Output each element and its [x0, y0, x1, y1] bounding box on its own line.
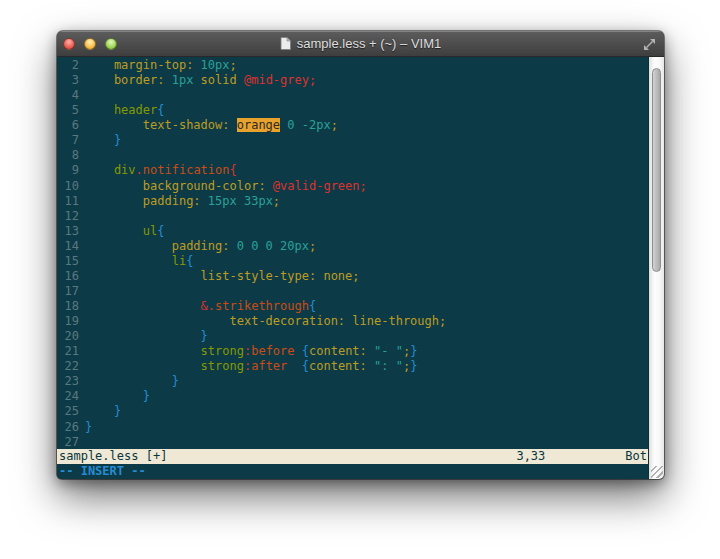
line-number: 26: [57, 420, 79, 435]
titlebar[interactable]: sample.less + (~) – VIM1: [57, 31, 664, 57]
code-text: padding: 0 0 0 20px;: [79, 239, 316, 254]
code-text: background-color: @valid-green;: [79, 179, 367, 194]
code-line: 10 background-color: @valid-green;: [57, 179, 648, 194]
code-line: 4: [57, 88, 648, 103]
line-number: 20: [57, 329, 79, 344]
code-text: list-style-type: none;: [79, 269, 360, 284]
line-number: 4: [57, 88, 79, 103]
status-filename: sample.less [+]: [59, 449, 167, 464]
code-line: 6 text-shadow: orange 0 -2px;: [57, 118, 648, 133]
code-text: }: [79, 329, 208, 344]
code-text: strong:before {content: "- ";}: [79, 344, 417, 359]
line-number: 23: [57, 374, 79, 389]
code-line: 12: [57, 209, 648, 224]
line-number: 16: [57, 269, 79, 284]
code-text: strong:after {content: ": ";}: [79, 359, 417, 374]
code-text: border: 1px solid @mid-grey;: [79, 73, 316, 88]
code-line: 2 margin-top: 10px;: [57, 58, 648, 73]
code-line: 14 padding: 0 0 0 20px;: [57, 239, 648, 254]
code-line: 16 list-style-type: none;: [57, 269, 648, 284]
scrollbar[interactable]: [648, 57, 664, 479]
line-number: 22: [57, 359, 79, 374]
code-line: 15 li{: [57, 254, 648, 269]
code-text: }: [79, 133, 121, 148]
code-line: 25 }: [57, 404, 648, 419]
document-icon: [280, 37, 291, 50]
code-text: header{: [79, 103, 164, 118]
code-line: 26}: [57, 420, 648, 435]
line-number: 11: [57, 194, 79, 209]
code-line: 11 padding: 15px 33px;: [57, 194, 648, 209]
code-line: 23 }: [57, 374, 648, 389]
search-highlight: orange: [237, 118, 280, 132]
code-text: [79, 435, 85, 449]
line-number: 25: [57, 404, 79, 419]
code-text: &.strikethrough{: [79, 299, 316, 314]
code-line: 7 }: [57, 133, 648, 148]
code-line: 18 &.strikethrough{: [57, 299, 648, 314]
code-line: 17: [57, 284, 648, 299]
code-text: [79, 284, 85, 299]
code-line: 21 strong:before {content: "- ";}: [57, 344, 648, 359]
code-line: 24 }: [57, 389, 648, 404]
code-line: 5 header{: [57, 103, 648, 118]
code-text: li{: [79, 254, 193, 269]
code-line: 13 ul{: [57, 224, 648, 239]
line-number: 21: [57, 344, 79, 359]
code-text: margin-top: 10px;: [79, 58, 237, 73]
code-area[interactable]: 2 margin-top: 10px;3 border: 1px solid @…: [57, 57, 648, 449]
line-number: 6: [57, 118, 79, 133]
vim-window: sample.less + (~) – VIM1 2 margin-top: 1…: [57, 31, 664, 479]
status-ruler: 3,33: [516, 449, 545, 464]
mode-line: -- INSERT --: [57, 464, 648, 479]
minimize-button[interactable]: [84, 38, 96, 50]
zoom-button[interactable]: [105, 38, 117, 50]
line-number: 19: [57, 314, 79, 329]
line-number: 5: [57, 103, 79, 118]
line-number: 24: [57, 389, 79, 404]
code-line: 27: [57, 435, 648, 449]
code-line: 3 border: 1px solid @mid-grey;: [57, 73, 648, 88]
line-number: 10: [57, 179, 79, 194]
traffic-lights: [63, 38, 117, 50]
code-line: 22 strong:after {content: ": ";}: [57, 359, 648, 374]
window-title: sample.less + (~) – VIM1: [297, 36, 442, 51]
code-text: [79, 148, 85, 163]
line-number: 14: [57, 239, 79, 254]
line-number: 8: [57, 148, 79, 163]
status-scroll-position: Bot: [625, 449, 647, 464]
code-text: text-decoration: line-through;: [79, 314, 446, 329]
line-number: 9: [57, 163, 79, 178]
code-text: text-shadow: orange 0 -2px;: [79, 118, 338, 133]
close-button[interactable]: [63, 38, 75, 50]
line-number: 17: [57, 284, 79, 299]
title-group: sample.less + (~) – VIM1: [280, 36, 442, 51]
editor-column: 2 margin-top: 10px;3 border: 1px solid @…: [57, 57, 648, 479]
code-text: ul{: [79, 224, 164, 239]
code-line: 19 text-decoration: line-through;: [57, 314, 648, 329]
code-text: [79, 209, 85, 224]
code-text: }: [79, 420, 92, 435]
scrollbar-thumb[interactable]: [652, 68, 661, 272]
code-line: 20 }: [57, 329, 648, 344]
code-line: 8: [57, 148, 648, 163]
line-number: 18: [57, 299, 79, 314]
code-text: }: [79, 389, 150, 404]
code-text: }: [79, 404, 121, 419]
status-bar: sample.less [+] 3,33 Bot: [57, 449, 648, 464]
fullscreen-icon[interactable]: [643, 38, 656, 51]
code-text: }: [79, 374, 179, 389]
code-line: 9 div.notification{: [57, 163, 648, 178]
code-text: [79, 88, 85, 103]
line-number: 15: [57, 254, 79, 269]
line-number: 27: [57, 435, 79, 449]
code-text: div.notification{: [79, 163, 237, 178]
line-number: 2: [57, 58, 79, 73]
line-number: 12: [57, 209, 79, 224]
resize-grip[interactable]: [651, 466, 663, 478]
line-number: 3: [57, 73, 79, 88]
line-number: 7: [57, 133, 79, 148]
window-body: 2 margin-top: 10px;3 border: 1px solid @…: [57, 57, 664, 479]
line-number: 13: [57, 224, 79, 239]
code-text: padding: 15px 33px;: [79, 194, 280, 209]
